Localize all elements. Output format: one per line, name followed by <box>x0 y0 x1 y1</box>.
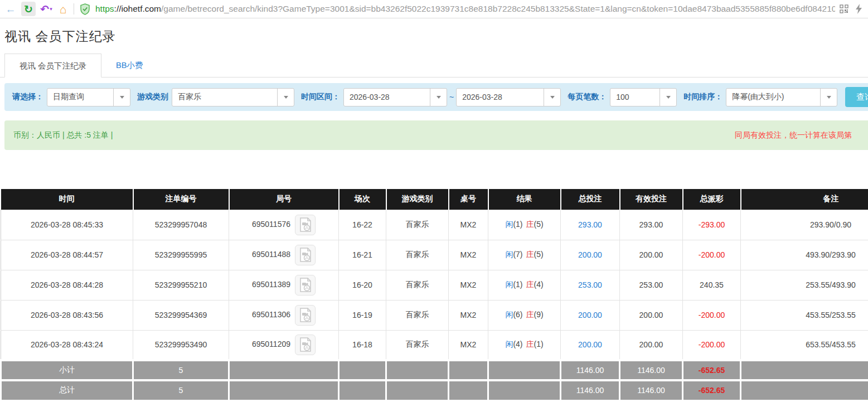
chevron-down-icon[interactable] <box>277 89 294 106</box>
result-player: 闲 <box>505 310 513 319</box>
url-text: https://iohetf.com/game/betrecord_search… <box>95 4 835 14</box>
col-header-total-bet: 总投注 <box>561 189 620 210</box>
total-total-bet: 1146.00 <box>561 380 620 400</box>
cell-payout: -200.00 <box>683 330 741 360</box>
home-icon[interactable]: ⌂ <box>56 2 70 16</box>
chevron-down-icon[interactable] <box>544 89 560 106</box>
video-record-button[interactable] <box>295 245 316 265</box>
cell-bet-id: 523299957048 <box>133 210 229 240</box>
cell-total-bet[interactable]: 200.00 <box>561 300 620 330</box>
date-from-select[interactable]: 2026-03-28 <box>343 88 447 106</box>
video-record-button[interactable] <box>295 335 316 355</box>
video-record-button[interactable] <box>295 215 316 235</box>
round-number: 695011209 <box>252 340 290 348</box>
cell-total-bet[interactable]: 253.00 <box>561 270 620 300</box>
cell-total-bet[interactable]: 200.00 <box>561 330 620 360</box>
refresh-icon[interactable]: ↻ <box>21 2 36 16</box>
cell-round: 695011209 <box>229 330 339 360</box>
result-banker: 庄 <box>526 310 534 319</box>
col-header-valid-bet: 有效投注 <box>620 189 683 210</box>
per-page-label: 每页笔数： <box>568 92 607 102</box>
chevron-down-icon[interactable] <box>430 89 447 106</box>
date-to-value: 2026-03-28 <box>457 89 544 106</box>
lightning-icon[interactable] <box>855 4 862 14</box>
tab-bet-records[interactable]: 视讯 会员下注纪录 <box>4 54 101 78</box>
per-page-value: 100 <box>610 89 660 106</box>
result-player: 闲 <box>505 250 513 259</box>
per-page-select[interactable]: 100 <box>610 88 677 106</box>
sort-order-value: 降幂(由大到小) <box>726 89 820 106</box>
valid-bet-notice: 同局有效投注，统一计算在该局第 <box>735 130 852 141</box>
result-player: 闲 <box>505 280 513 289</box>
cell-result: 闲(7)庄(5) <box>488 240 561 270</box>
cell-time: 2026-03-28 08:44:28 <box>1 270 133 300</box>
url-host: ://iohetf.com <box>114 4 161 13</box>
chevron-down-icon[interactable] <box>113 89 130 106</box>
video-record-icon <box>299 308 312 322</box>
date-to-select[interactable]: 2026-03-28 <box>456 88 561 106</box>
date-range-label: 时间区间： <box>301 92 340 102</box>
cell-game-type: 百家乐 <box>386 330 449 360</box>
col-header-bet-id: 注单编号 <box>133 189 229 210</box>
security-shield-icon <box>80 3 90 15</box>
cell-payout: -293.00 <box>683 210 741 240</box>
round-number: 695011306 <box>252 310 290 319</box>
query-type-select[interactable]: 日期查询 <box>47 88 130 106</box>
total-payout: -652.65 <box>683 380 741 400</box>
bet-records-table: 时间 注单编号 局号 场次 游戏类别 桌号 结果 总投注 有效投注 总派彩 备注… <box>0 189 868 401</box>
video-record-button[interactable] <box>295 275 316 296</box>
cell-game-type: 百家乐 <box>386 210 449 240</box>
cell-time: 2026-03-28 08:44:57 <box>1 240 133 270</box>
cell-remark: 653.55/453.55 <box>741 330 868 360</box>
cell-remark: 453.55/253.55 <box>741 300 868 330</box>
cell-payout: -200.00 <box>683 300 741 330</box>
result-banker: 庄 <box>526 280 534 289</box>
search-button[interactable]: 查询 <box>845 87 868 107</box>
tab-bb-tip[interactable]: BB小费 <box>101 54 157 77</box>
sort-order-select[interactable]: 降幂(由大到小) <box>726 88 837 106</box>
cell-remark: 253.55/493.90 <box>741 270 868 300</box>
result-banker: 庄 <box>526 220 534 229</box>
round-number: 695011389 <box>252 280 290 289</box>
cell-table-no: MX2 <box>449 330 488 360</box>
cell-round: 695011488 <box>229 240 339 270</box>
back-icon[interactable]: ← <box>3 2 18 16</box>
url-scheme: https <box>95 4 114 13</box>
cell-round: 695011576 <box>229 210 339 240</box>
table-row: 2026-03-28 08:43:56 523299954369 6950113… <box>1 300 868 330</box>
chevron-down-icon[interactable] <box>820 89 837 106</box>
cell-total-bet[interactable]: 200.00 <box>561 240 620 270</box>
date-from-value: 2026-03-28 <box>344 89 430 106</box>
cell-result: 闲(6)庄(9) <box>488 300 561 330</box>
video-record-button[interactable] <box>295 305 316 326</box>
cell-game-type: 百家乐 <box>386 300 449 330</box>
cell-remark: 493.90/293.90 <box>741 240 868 270</box>
cell-session: 16-22 <box>339 210 386 240</box>
result-player-score: (4) <box>513 340 522 348</box>
cell-time: 2026-03-28 08:45:33 <box>1 210 133 240</box>
total-count: 5 <box>133 380 229 400</box>
col-header-table-no: 桌号 <box>449 189 488 210</box>
col-header-remark: 备注 <box>741 189 868 210</box>
video-record-icon <box>299 248 312 262</box>
col-header-round: 局号 <box>229 189 339 210</box>
address-bar[interactable]: https://iohetf.com/game/betrecord_search… <box>80 3 835 15</box>
cell-valid-bet: 200.00 <box>620 330 683 360</box>
col-header-time: 时间 <box>1 189 133 210</box>
undo-dropdown-caret[interactable]: ▾ <box>50 7 52 12</box>
undo-icon[interactable]: ↶ ▾ <box>39 2 54 16</box>
result-banker-score: (4) <box>534 280 544 289</box>
col-header-result: 结果 <box>488 189 561 210</box>
video-record-icon <box>299 217 312 232</box>
qr-code-icon[interactable] <box>840 4 848 13</box>
game-type-select[interactable]: 百家乐 <box>172 88 294 106</box>
cell-session: 16-21 <box>339 240 386 270</box>
cell-total-bet[interactable]: 293.00 <box>561 210 620 240</box>
cell-valid-bet: 293.00 <box>620 210 683 240</box>
round-number: 695011488 <box>252 250 290 259</box>
cell-payout: -200.00 <box>683 240 741 270</box>
chevron-down-icon[interactable] <box>660 89 676 106</box>
query-type-value: 日期查询 <box>47 89 113 106</box>
table-row: 2026-03-28 08:44:57 523299955995 6950114… <box>1 240 868 270</box>
subtotal-valid-bet: 1146.00 <box>620 360 683 380</box>
